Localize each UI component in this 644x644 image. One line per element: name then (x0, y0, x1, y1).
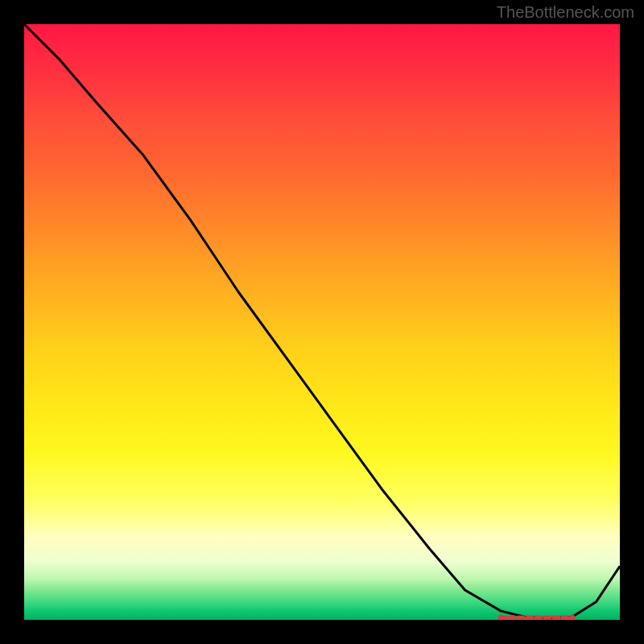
watermark-text: TheBottleneck.com (497, 3, 634, 22)
optimal-band (498, 615, 576, 621)
chart-plot-area (24, 24, 620, 620)
optimal-range-endpoint (498, 615, 504, 621)
bottleneck-line (24, 24, 620, 618)
chart-svg (24, 24, 620, 620)
optimal-range-endpoint (569, 615, 575, 621)
line-series (24, 24, 620, 618)
